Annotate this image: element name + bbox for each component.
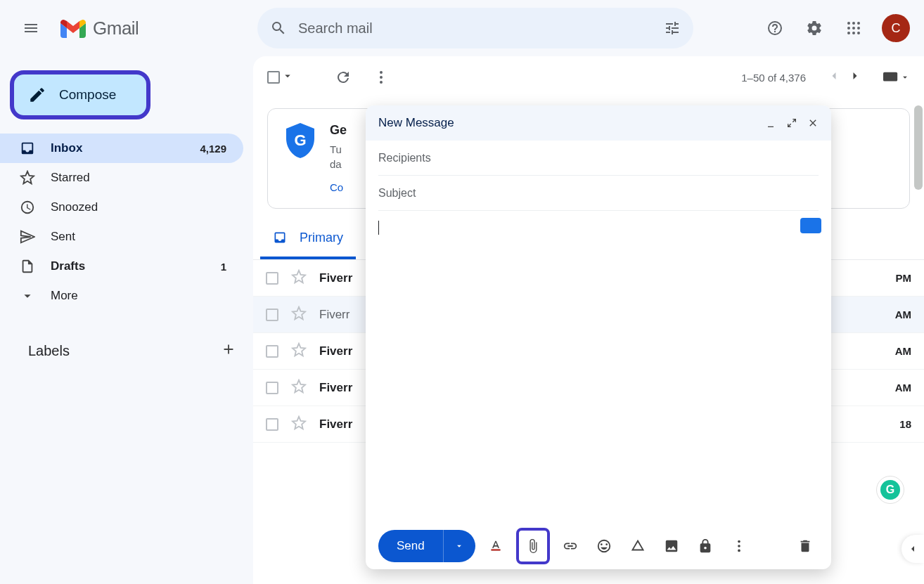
tab-primary[interactable]: Primary	[260, 219, 356, 259]
svg-point-9	[380, 71, 383, 74]
svg-point-15	[738, 540, 740, 543]
compose-header[interactable]: New Message	[366, 105, 831, 141]
next-page-button[interactable]	[848, 69, 862, 86]
formatting-button[interactable]	[482, 533, 509, 559]
add-label-button[interactable]	[221, 342, 236, 360]
caret-down-icon	[281, 70, 294, 82]
svg-rect-14	[491, 550, 500, 551]
sidebar-item-inbox[interactable]: Inbox 4,129	[0, 134, 243, 163]
google-apps-button[interactable]	[837, 11, 871, 45]
subject-field[interactable]	[378, 176, 819, 211]
svg-point-1	[852, 22, 855, 25]
promo-body: Tu da	[330, 142, 347, 171]
nav-count: 4,129	[200, 143, 226, 155]
close-icon[interactable]	[807, 117, 819, 129]
settings-button[interactable]	[797, 11, 831, 45]
select-all-checkbox[interactable]	[267, 70, 294, 85]
nav-label: More	[51, 289, 226, 303]
row-checkbox[interactable]	[266, 418, 278, 431]
grammarly-letter: G	[880, 480, 900, 500]
row-checkbox[interactable]	[266, 272, 278, 285]
labels-header: Labels	[0, 336, 253, 365]
minimize-icon[interactable]	[765, 117, 776, 129]
scrollbar[interactable]	[913, 105, 924, 387]
attach-file-button[interactable]	[516, 528, 550, 564]
email-time: AM	[895, 382, 911, 394]
svg-point-3	[847, 27, 850, 30]
sidebar-item-drafts[interactable]: Drafts 1	[0, 252, 243, 281]
nav-label: Inbox	[51, 141, 184, 155]
confidential-mode-button[interactable]	[692, 533, 719, 559]
caret-down-icon	[454, 541, 464, 551]
input-tools-button[interactable]	[883, 72, 910, 83]
recipients-input[interactable]	[378, 152, 819, 164]
sidebar-item-more[interactable]: More	[0, 281, 243, 311]
account-avatar[interactable]: C	[882, 14, 910, 42]
star-button[interactable]	[291, 379, 307, 397]
help-icon	[766, 20, 783, 37]
fullscreen-icon[interactable]	[786, 117, 797, 129]
tune-icon[interactable]	[664, 20, 681, 37]
svg-point-17	[738, 550, 740, 552]
email-time: PM	[896, 272, 912, 284]
search-input[interactable]	[298, 20, 664, 37]
compose-button[interactable]: Compose	[10, 70, 150, 119]
email-time: AM	[895, 309, 911, 320]
promo-link[interactable]: Co	[330, 181, 343, 193]
sidebar-item-starred[interactable]: Starred	[0, 163, 243, 193]
prev-page-button[interactable]	[827, 69, 841, 86]
svg-point-2	[857, 22, 860, 25]
row-checkbox[interactable]	[266, 345, 278, 358]
side-panel-toggle[interactable]	[901, 535, 924, 563]
extension-icon[interactable]	[800, 218, 821, 233]
insert-drive-button[interactable]	[624, 533, 651, 559]
text-format-icon	[488, 538, 503, 554]
star-button[interactable]	[291, 415, 307, 434]
email-time: 18	[899, 418, 911, 430]
checkbox-icon	[267, 71, 280, 84]
svg-point-16	[738, 545, 740, 547]
support-button[interactable]	[758, 11, 792, 45]
send-button[interactable]: Send	[378, 539, 443, 553]
subject-input[interactable]	[378, 187, 819, 200]
more-options-button[interactable]	[364, 60, 398, 94]
svg-point-6	[847, 32, 850, 34]
gmail-logo-icon	[60, 18, 86, 38]
nav-label: Drafts	[51, 259, 205, 273]
send-options-button[interactable]	[443, 530, 475, 562]
insert-emoji-button[interactable]	[591, 533, 617, 559]
chevron-left-icon	[907, 543, 918, 554]
svg-point-7	[852, 32, 855, 34]
insert-link-button[interactable]	[557, 533, 584, 559]
svg-point-5	[857, 27, 860, 30]
compose-body[interactable]	[366, 211, 831, 523]
sidebar-item-sent[interactable]: Sent	[0, 222, 243, 252]
more-vert-icon	[731, 538, 747, 554]
star-button[interactable]	[291, 269, 307, 287]
recipients-field[interactable]	[378, 141, 819, 176]
star-button[interactable]	[291, 342, 307, 361]
insert-photo-button[interactable]	[658, 533, 685, 559]
row-checkbox[interactable]	[266, 309, 278, 321]
drive-icon	[630, 538, 646, 554]
shield-icon: G	[285, 123, 316, 158]
main-panel: 1–50 of 4,376 G Ge Tu da Co	[253, 56, 924, 584]
pagination-info: 1–50 of 4,376	[741, 72, 806, 84]
grammarly-badge[interactable]: G	[876, 476, 904, 504]
svg-rect-12	[883, 72, 897, 82]
sidebar-item-snoozed[interactable]: Snoozed	[0, 193, 243, 222]
promo-title: Ge	[330, 123, 347, 138]
row-checkbox[interactable]	[266, 382, 278, 394]
select-dropdown[interactable]	[281, 70, 294, 85]
hamburger-menu-button[interactable]	[14, 11, 48, 45]
more-options-button[interactable]	[726, 533, 752, 559]
draft-icon	[20, 259, 35, 274]
caret-down-icon	[900, 72, 910, 82]
discard-draft-button[interactable]	[792, 533, 819, 559]
pencil-icon	[28, 86, 46, 104]
star-button[interactable]	[291, 306, 307, 324]
refresh-button[interactable]	[326, 60, 360, 94]
scrollbar-thumb[interactable]	[914, 105, 923, 190]
search-bar[interactable]	[257, 8, 693, 48]
gmail-logo-area[interactable]: Gmail	[60, 18, 236, 39]
